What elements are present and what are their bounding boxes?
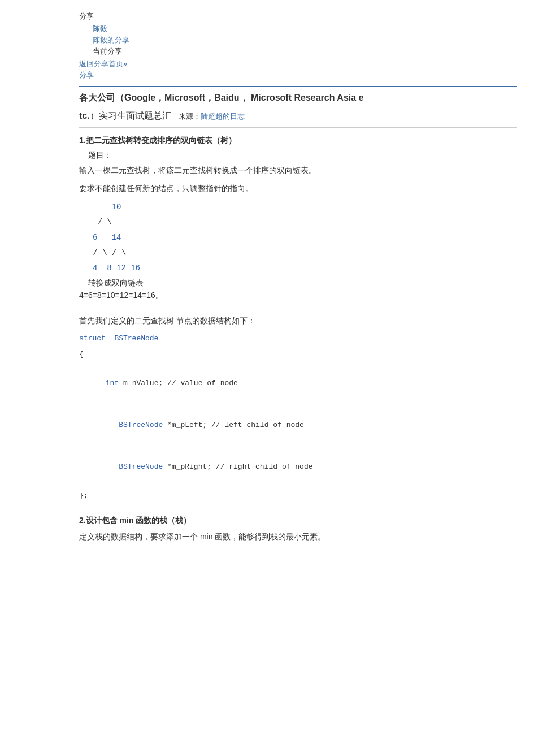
code-line5: BSTreeNode *m_pRight; // right child of …: [79, 447, 517, 486]
breadcrumb-label: 分享: [79, 11, 517, 21]
problem1-desc2: 要求不能创建任何新的结点，只调整指针的指向。: [79, 182, 517, 196]
code-int: int: [106, 379, 123, 387]
breadcrumb-section: 分享 陈毅 陈毅的分享 当前分享 返回分享首页» 分享: [79, 11, 517, 80]
code-line6: };: [79, 489, 517, 502]
code-bstreeleft-val: *m_pLeft; // left child of node: [167, 421, 304, 429]
code-bstreeright-type: BSTreeNode: [119, 463, 167, 471]
article-title-line2: tc.）实习生面试题总汇 来源：陆超超的日志: [79, 109, 517, 123]
back-link[interactable]: 返回分享首页»: [79, 59, 517, 69]
code-line1: struct BSTreeNode: [79, 332, 517, 345]
breadcrumb-user[interactable]: 陈毅: [93, 24, 517, 34]
code-struct: struct BSTreeNode: [79, 334, 158, 343]
problem1-note: 首先我们定义的二元查找树 节点的数据结构如下：: [79, 314, 517, 328]
problem2-desc: 定义栈的数据结构，要求添加一个 min 函数，能够得到栈的最小元素。: [79, 530, 517, 544]
title-suffix-normal: ）实习生面试题总汇: [90, 111, 171, 120]
tree-node2: / \: [88, 215, 517, 230]
result-line: 4=6=8=10=12=14=16。: [79, 291, 517, 301]
code-line4: BSTreeNode *m_pLeft; // left child of no…: [79, 405, 517, 444]
article-source: 来源：陆超超的日志: [179, 112, 245, 120]
divider-middle: [79, 127, 517, 128]
problem1-title: 1.把二元查找树转变成排序的双向链表（树）: [79, 136, 517, 146]
code-bstreeright-val: *m_pRight; // right child of node: [167, 463, 312, 471]
problem1-desc1: 输入一棵二元查找树，将该二元查找树转换成一个排序的双向链表。: [79, 164, 517, 178]
source-prefix: 来源：: [179, 112, 201, 120]
breadcrumb-current: 当前分享: [93, 46, 517, 57]
problem2-title: 2.设计包含 min 函数的栈（栈）: [79, 516, 517, 526]
code-line3: int m_nValue; // value of node: [79, 363, 517, 403]
tree-node1: 10: [93, 200, 517, 214]
title-suffix-bold: tc.: [79, 111, 90, 120]
divider-top: [79, 86, 517, 87]
code-block-1: struct BSTreeNode { int m_nValue; // val…: [79, 332, 517, 502]
code-bstreeleft-type: BSTreeNode: [119, 421, 167, 429]
share-link[interactable]: 分享: [79, 70, 517, 80]
tree-node5: 4 8 12 16: [93, 261, 517, 275]
problem1-subtitle: 题目：: [88, 150, 517, 161]
tree-node4: / \ / \: [88, 246, 517, 260]
code-mvalue: m_nValue; // value of node: [123, 379, 238, 387]
page-container: 分享 陈毅 陈毅的分享 当前分享 返回分享首页» 分享 各大公司（Google，…: [0, 0, 534, 571]
source-link[interactable]: 陆超超的日志: [201, 112, 245, 120]
code-line2: {: [79, 348, 517, 361]
article-title: 各大公司（Google，Microsoft，Baidu， Microsoft R…: [79, 91, 517, 105]
breadcrumb-user-share[interactable]: 陈毅的分享: [93, 35, 517, 45]
convert-label: 转换成双向链表: [88, 278, 517, 288]
title-prefix: 各大公司（: [79, 93, 124, 102]
title-bold: Google，Microsoft，Baidu， Microsoft Resear…: [124, 93, 363, 102]
tree-node3: 6 14: [93, 231, 517, 245]
